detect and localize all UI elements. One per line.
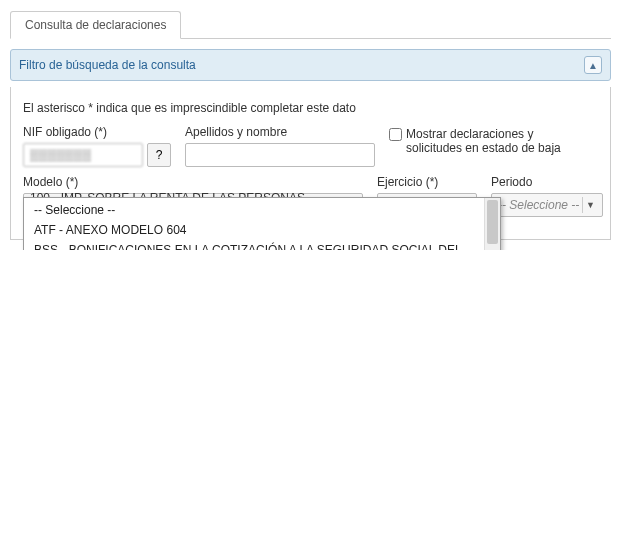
ejercicio-label: Ejercicio (*)	[377, 175, 477, 189]
periodo-label: Periodo	[491, 175, 603, 189]
required-hint: El asterisco * indica que es imprescindi…	[23, 97, 598, 115]
modelo-option[interactable]: ATF - ANEXO MODELO 604	[24, 220, 484, 240]
collapse-button[interactable]: ▲	[584, 56, 602, 74]
scrollbar-thumb[interactable]	[487, 200, 498, 244]
nif-label: NIF obligado (*)	[23, 125, 171, 139]
nif-help-button[interactable]: ?	[147, 143, 171, 167]
filter-panel-body: El asterisco * indica que es imprescindi…	[10, 87, 611, 240]
modelo-dropdown: -- Seleccione --ATF - ANEXO MODELO 604BS…	[23, 197, 501, 250]
filter-panel-header[interactable]: Filtro de búsqueda de la consulta ▲	[10, 49, 611, 81]
dropdown-scrollbar[interactable]	[484, 198, 500, 250]
modelo-option[interactable]: -- Seleccione --	[24, 200, 484, 220]
tab-consulta-declaraciones[interactable]: Consulta de declaraciones	[10, 11, 181, 39]
modelo-option[interactable]: BSS - BONIFICACIONES EN LA COTIZACIÓN A …	[24, 240, 484, 250]
periodo-select[interactable]: -- Seleccione -- ▼	[491, 193, 603, 217]
apellidos-label: Apellidos y nombre	[185, 125, 375, 139]
modelo-option-list: -- Seleccione --ATF - ANEXO MODELO 604BS…	[24, 198, 484, 250]
chevron-up-icon: ▲	[588, 60, 598, 71]
modelo-label: Modelo (*)	[23, 175, 363, 189]
chevron-down-icon: ▼	[582, 197, 598, 213]
filter-panel-title: Filtro de búsqueda de la consulta	[19, 58, 196, 72]
apellidos-input[interactable]	[185, 143, 375, 167]
mostrar-baja-label: Mostrar declaraciones y solicitudes en e…	[406, 127, 561, 156]
nif-input[interactable]	[23, 143, 143, 167]
periodo-placeholder: -- Seleccione --	[498, 198, 579, 212]
mostrar-baja-checkbox[interactable]	[389, 128, 402, 141]
